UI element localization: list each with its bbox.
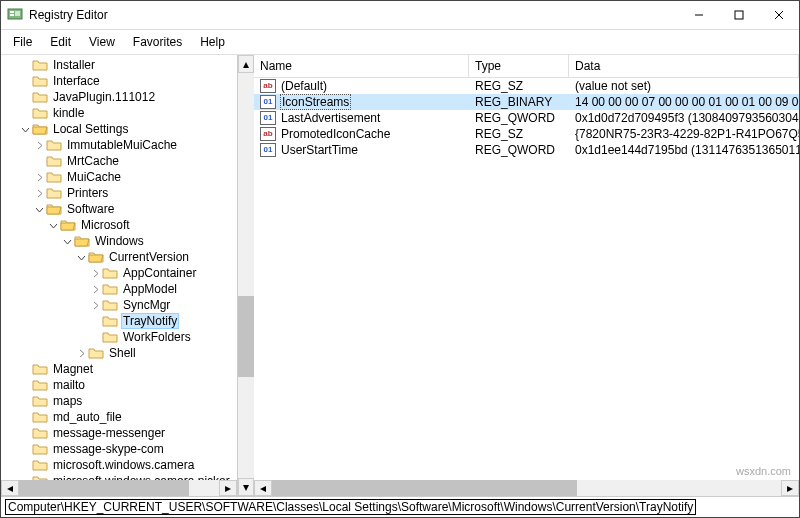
value-name: PromotedIconCache	[280, 127, 391, 141]
value-row[interactable]: 01LastAdvertisementREG_QWORD0x1d0d72d709…	[254, 110, 799, 126]
tree-hscrollbar[interactable]: ◂ ▸	[1, 480, 237, 496]
close-button[interactable]	[759, 1, 799, 29]
expand-icon[interactable]	[89, 299, 101, 311]
folder-icon	[102, 298, 118, 312]
value-data: (value not set)	[569, 79, 799, 93]
expand-icon[interactable]	[89, 283, 101, 295]
expand-icon[interactable]	[89, 267, 101, 279]
tree-node-ms-camera[interactable]: microsoft.windows.camera	[1, 457, 237, 473]
tree-node-immutablemuicache[interactable]: ImmutableMuiCache	[1, 137, 237, 153]
value-row[interactable]: 01UserStartTimeREG_QWORD0x1d1ee144d7195b…	[254, 142, 799, 158]
tree-node-appcontainer[interactable]: AppContainer	[1, 265, 237, 281]
folder-icon	[32, 74, 48, 88]
value-list[interactable]: ab(Default)REG_SZ(value not set)01IconSt…	[254, 78, 799, 480]
tree-node-microsoft[interactable]: Microsoft	[1, 217, 237, 233]
value-row[interactable]: abPromotedIconCacheREG_SZ{7820NR75-23R3-…	[254, 126, 799, 142]
binary-value-icon: 01	[260, 95, 276, 109]
column-header-data[interactable]: Data	[569, 55, 799, 77]
folder-icon	[74, 234, 90, 248]
tree-node-javaplugin[interactable]: JavaPlugin.111012	[1, 89, 237, 105]
tree-node-label: ImmutableMuiCache	[65, 138, 179, 152]
tree-node-ms-camera-picker[interactable]: microsoft.windows.camera.picker	[1, 473, 237, 480]
expand-icon[interactable]	[75, 347, 87, 359]
folder-icon	[88, 346, 104, 360]
menu-file[interactable]: File	[5, 34, 40, 50]
tree-node-interface[interactable]: Interface	[1, 73, 237, 89]
folder-icon	[46, 170, 62, 184]
tree-node-label: MrtCache	[65, 154, 121, 168]
tree-node-md-auto-file[interactable]: md_auto_file	[1, 409, 237, 425]
scroll-down-icon[interactable]: ▾	[238, 478, 254, 496]
collapse-icon[interactable]	[47, 219, 59, 231]
value-row[interactable]: ab(Default)REG_SZ(value not set)	[254, 78, 799, 94]
value-data: 14 00 00 00 07 00 00 00 01 00 01 00 09 0…	[569, 95, 799, 109]
tree-node-maps[interactable]: maps	[1, 393, 237, 409]
value-name: (Default)	[280, 79, 328, 93]
expand-icon[interactable]	[33, 171, 45, 183]
svg-rect-2	[10, 14, 14, 16]
tree-node-label: kindle	[51, 106, 86, 120]
tree-node-muicache[interactable]: MuiCache	[1, 169, 237, 185]
column-header-type[interactable]: Type	[469, 55, 569, 77]
list-hscrollbar[interactable]: ◂ ▸	[254, 480, 799, 496]
tree-node-appmodel[interactable]: AppModel	[1, 281, 237, 297]
menu-favorites[interactable]: Favorites	[125, 34, 190, 50]
status-path: Computer\HKEY_CURRENT_USER\SOFTWARE\Clas…	[5, 499, 696, 515]
value-row[interactable]: 01IconStreamsREG_BINARY14 00 00 00 07 00…	[254, 94, 799, 110]
minimize-button[interactable]	[679, 1, 719, 29]
tree-node-magnet[interactable]: Magnet	[1, 361, 237, 377]
expand-icon[interactable]	[33, 187, 45, 199]
collapse-icon[interactable]	[75, 251, 87, 263]
menu-view[interactable]: View	[81, 34, 123, 50]
folder-icon	[32, 458, 48, 472]
scroll-right-icon[interactable]: ▸	[219, 480, 237, 496]
splitter-vscrollbar[interactable]: ▴ ▾	[238, 55, 254, 496]
expand-icon[interactable]	[33, 139, 45, 151]
maximize-button[interactable]	[719, 1, 759, 29]
tree-node-kindle[interactable]: kindle	[1, 105, 237, 121]
tree-scroll[interactable]: InstallerInterfaceJavaPlugin.111012kindl…	[1, 55, 237, 480]
tree-node-label: Printers	[65, 186, 110, 200]
value-name: LastAdvertisement	[280, 111, 381, 125]
menu-help[interactable]: Help	[192, 34, 233, 50]
tree-node-shell[interactable]: Shell	[1, 345, 237, 361]
tree-node-mailto[interactable]: mailto	[1, 377, 237, 393]
app-icon	[7, 7, 23, 23]
scroll-right-icon[interactable]: ▸	[781, 480, 799, 496]
tree-node-label: JavaPlugin.111012	[51, 90, 157, 104]
folder-icon	[46, 202, 62, 216]
tree-node-workfolders[interactable]: WorkFolders	[1, 329, 237, 345]
collapse-icon[interactable]	[33, 203, 45, 215]
collapse-icon[interactable]	[19, 123, 31, 135]
tree-node-software[interactable]: Software	[1, 201, 237, 217]
tree-node-syncmgr[interactable]: SyncMgr	[1, 297, 237, 313]
folder-icon	[32, 362, 48, 376]
tree-node-message-messenger[interactable]: message-messenger	[1, 425, 237, 441]
tree-node-mrtcache[interactable]: MrtCache	[1, 153, 237, 169]
collapse-icon[interactable]	[61, 235, 73, 247]
tree-node-label: Shell	[107, 346, 138, 360]
folder-icon	[32, 58, 48, 72]
tree-node-traynotify[interactable]: TrayNotify	[1, 313, 237, 329]
folder-icon	[32, 378, 48, 392]
column-header-name[interactable]: Name	[254, 55, 469, 77]
menu-bar: File Edit View Favorites Help	[1, 30, 799, 55]
tree-node-printers[interactable]: Printers	[1, 185, 237, 201]
scroll-left-icon[interactable]: ◂	[1, 480, 19, 496]
tree-node-currentversion[interactable]: CurrentVersion	[1, 249, 237, 265]
tree-node-installer[interactable]: Installer	[1, 57, 237, 73]
menu-edit[interactable]: Edit	[42, 34, 79, 50]
scroll-left-icon[interactable]: ◂	[254, 480, 272, 496]
tree-node-windows[interactable]: Windows	[1, 233, 237, 249]
tree-node-local-settings[interactable]: Local Settings	[1, 121, 237, 137]
folder-icon	[46, 186, 62, 200]
tree-node-label: Microsoft	[79, 218, 132, 232]
tree-node-label: AppModel	[121, 282, 179, 296]
tree-node-message-skype-com[interactable]: message-skype-com	[1, 441, 237, 457]
folder-icon	[46, 154, 62, 168]
tree-node-label: Interface	[51, 74, 102, 88]
registry-editor-window: Registry Editor File Edit View Favorites…	[0, 0, 800, 518]
tree-node-label: Software	[65, 202, 116, 216]
tree-node-label: message-skype-com	[51, 442, 166, 456]
scroll-up-icon[interactable]: ▴	[238, 55, 254, 73]
